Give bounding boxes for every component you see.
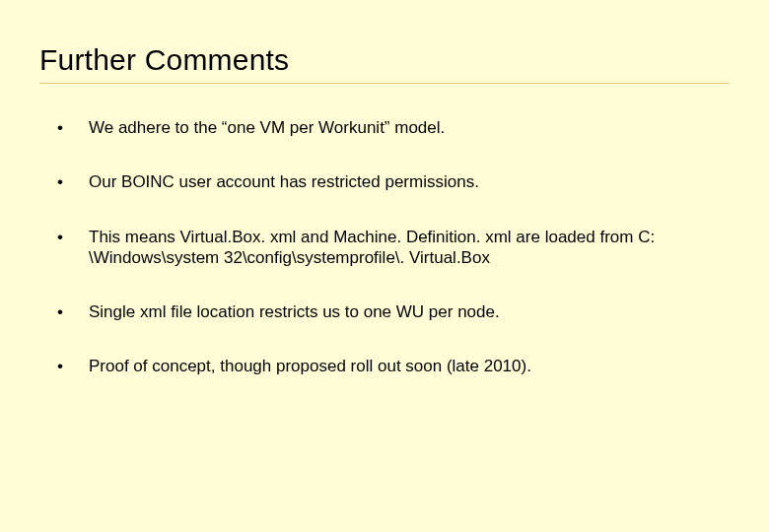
list-item: This means Virtual.Box. xml and Machine.…: [57, 227, 730, 269]
title-container: Further Comments: [39, 43, 730, 84]
bullet-list: We adhere to the “one VM per Workunit” m…: [39, 117, 730, 377]
slide-title: Further Comments: [39, 43, 730, 77]
list-item: We adhere to the “one VM per Workunit” m…: [57, 117, 730, 138]
list-item: Single xml file location restricts us to…: [57, 301, 730, 322]
bullet-text: Single xml file location restricts us to…: [89, 302, 500, 321]
list-item: Proof of concept, though proposed roll o…: [57, 356, 730, 376]
bullet-text: We adhere to the “one VM per Workunit” m…: [89, 118, 445, 137]
list-item: Our BOINC user account has restricted pe…: [57, 171, 730, 192]
slide: Further Comments We adhere to the “one V…: [0, 0, 769, 532]
bullet-text: Proof of concept, though proposed roll o…: [89, 357, 531, 375]
bullet-text: This means Virtual.Box. xml and Machine.…: [89, 228, 655, 267]
bullet-text: Our BOINC user account has restricted pe…: [89, 172, 479, 191]
